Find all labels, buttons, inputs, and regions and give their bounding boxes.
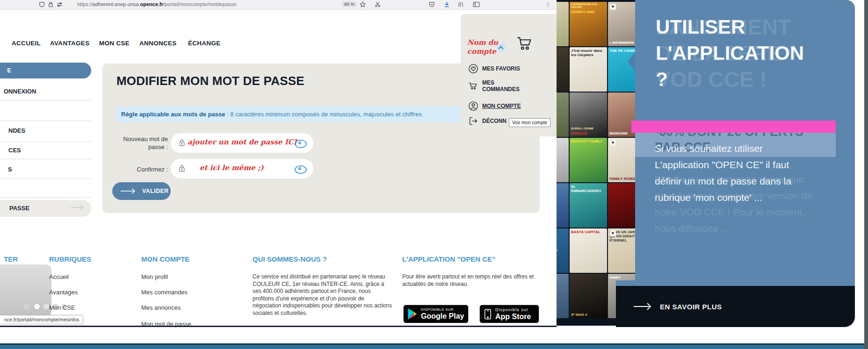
- poster-title: E FEMME: [557, 311, 569, 318]
- promo-heading: UTILISER L'APPLICATION ?: [656, 14, 804, 93]
- favorite-heart-icon[interactable]: ♥: [610, 4, 616, 10]
- menu-label: DÉCONN: [482, 118, 506, 124]
- movie-poster[interactable]: ME PES, C UF: [557, 228, 569, 273]
- favorite-heart-icon[interactable]: ♥: [610, 140, 616, 146]
- movie-poster[interactable]: [608, 183, 635, 228]
- movie-poster[interactable]: ICA: [557, 47, 569, 92]
- footer-link-mon-profil[interactable]: Mon profil: [141, 273, 168, 280]
- zoom-level-badge[interactable]: 90 %: [342, 1, 357, 7]
- movie-poster[interactable]: IP MAN 4: [570, 274, 607, 318]
- nav-accueil[interactable]: ACCUEIL: [12, 40, 41, 47]
- en-savoir-plus-bar[interactable]: EN SAVOIR PLUS: [616, 286, 855, 327]
- movie-poster[interactable]: E FEMME: [557, 274, 569, 318]
- promo-heading-line: ?: [656, 66, 804, 93]
- badge-top-line: DISPONIBLE SUR: [421, 307, 464, 312]
- nav-echange[interactable]: ÉCHANGE: [188, 40, 221, 47]
- download-icon[interactable]: [444, 1, 450, 8]
- movie-poster[interactable]: J'irai mourir dans les Carpates: [570, 47, 607, 92]
- movie-poster[interactable]: DANS UN JARDIN QU'ON DIRAIT ÉTERNEL♥: [608, 228, 635, 273]
- show-password-eye-icon[interactable]: [295, 140, 307, 148]
- badge-store-name: App Store: [495, 313, 531, 321]
- ghost-body-line: notre VOD CCE ! Pour le moment,: [655, 204, 812, 220]
- movie-poster[interactable]: 2 NOMINATIONS AUX OSCARSHONEYLAND: [570, 2, 607, 46]
- poster-title: madre: [608, 274, 635, 281]
- overflow-menu-icon[interactable]: [545, 1, 551, 8]
- movie-poster[interactable]: EL EMBARCADERO: [570, 183, 607, 228]
- footer-link-mes-annonces[interactable]: Mes annonces: [141, 304, 181, 311]
- poster-title: BASTA CAPITAL: [570, 228, 607, 235]
- movie-poster[interactable]: ITE: [557, 138, 569, 182]
- url-scheme: https://: [77, 1, 93, 7]
- confirm-password-input[interactable]: et ici le même ;): [171, 159, 313, 178]
- promo-heading-line: L'APPLICATION: [656, 40, 804, 66]
- pocket-icon[interactable]: [429, 1, 435, 8]
- user-circle-icon: [468, 101, 478, 111]
- footer-link-mes-commandes[interactable]: Mes commandes: [141, 289, 188, 296]
- confirm-password-label: Confirmez :: [113, 165, 168, 173]
- promo-body-line: Si vous souhaitez utiliser: [655, 140, 791, 157]
- sidebar-item-connexion[interactable]: ONNEXION: [4, 88, 36, 95]
- movie-poster[interactable]: nette: [557, 2, 569, 46]
- menu-item-mes-favoris[interactable]: MES FAVORIS: [468, 64, 520, 74]
- cart-icon[interactable]: [516, 36, 534, 51]
- sidebar-item-annonces[interactable]: CES: [8, 147, 21, 154]
- movie-poster[interactable]: BASTA CAPITAL: [570, 228, 607, 273]
- footer-link-accueil[interactable]: Accueil: [49, 273, 69, 280]
- show-password-eye-icon[interactable]: [295, 165, 307, 174]
- carousel-dot-active[interactable]: [34, 304, 40, 309]
- nav-annonces[interactable]: ANNONCES: [139, 40, 177, 47]
- movie-poster[interactable]: CER RIQUE: [557, 183, 569, 228]
- permissions-icon[interactable]: [57, 1, 63, 8]
- app-store-badge[interactable]: Disponible sur App Store: [479, 305, 539, 323]
- logout-icon: [468, 116, 478, 126]
- library-icon[interactable]: [458, 1, 464, 8]
- footer-link-mon-cse[interactable]: Mon CSE: [49, 304, 75, 311]
- nav-mon-cse[interactable]: MON CSE: [99, 40, 130, 47]
- en-savoir-plus-label: EN SAVOIR PLUS: [660, 303, 722, 311]
- address-bar[interactable]: https://adherent-snep-unsa.opence.fr/por…: [77, 1, 237, 7]
- valider-label: VALIDER: [142, 188, 169, 194]
- valider-button[interactable]: VALIDER: [112, 182, 171, 200]
- menu-item-mes-commandes[interactable]: MES COMMANDES: [468, 79, 520, 93]
- poster-title: [608, 225, 635, 228]
- promo-body-line: rubrique 'mon compte' ...: [655, 189, 791, 206]
- screenshot-scissors-icon[interactable]: [375, 1, 381, 8]
- poster-title: nette: [557, 2, 569, 9]
- movie-poster[interactable]: FAMILY ROMANC♥: [608, 138, 635, 182]
- poster-top-text: 2 NOMINATIONS AUX OSCARS: [570, 2, 607, 8]
- sidebar-item-mot-de-passe[interactable]: PASSE: [0, 200, 91, 217]
- favorite-heart-icon[interactable]: ♥: [610, 230, 616, 236]
- movie-poster[interactable]: L'INFIRMIÈRE♥: [608, 2, 635, 46]
- movie-poster[interactable]: BIGFOOT FAMILY: [570, 138, 607, 182]
- sidebar-toggle-icon[interactable]: [473, 1, 479, 8]
- new-password-input[interactable]: ajouter un mot de passe ICI: [171, 133, 313, 153]
- menu-item-mon-compte[interactable]: MON COMPTE: [468, 101, 521, 111]
- confirm-annotation: et ici le même ;): [200, 164, 264, 172]
- divider: [0, 121, 91, 121]
- sidebar-item-active[interactable]: E: [0, 63, 91, 78]
- url-subdomain: adherent-snep-unsa.: [93, 1, 140, 7]
- nav-avantages[interactable]: AVANTAGES: [50, 40, 89, 47]
- google-play-badge[interactable]: DISPONIBLE SUR Google Play: [403, 305, 469, 323]
- url-domain: opence.fr: [140, 1, 164, 7]
- movie-poster[interactable]: Fille: [557, 93, 569, 137]
- carousel-dot[interactable]: [24, 304, 29, 309]
- footer-link-avantages[interactable]: Avantages: [49, 289, 78, 296]
- poster-title: HONEYLAND: [570, 8, 607, 15]
- movie-poster[interactable]: RUSSELL CROWEENRAGÉ: [570, 93, 607, 137]
- status-url-popup: nce.fr/portail/moncompte/mesinfos: [0, 315, 83, 324]
- arrow-right-icon: [70, 204, 86, 211]
- lock-icon[interactable]: [48, 1, 54, 8]
- heart-circle-icon: [468, 64, 478, 74]
- chevron-up-icon[interactable]: [496, 43, 506, 52]
- tracking-shield-icon[interactable]: [39, 1, 45, 8]
- arrow-right-icon: [120, 188, 137, 194]
- menu-item-deconnexion[interactable]: DÉCONN: [468, 116, 506, 126]
- arrow-right-icon: [633, 302, 653, 311]
- footer-qui-heading: QUI SOMMES-NOUS ?: [253, 255, 327, 263]
- bookmark-star-icon[interactable]: [360, 1, 366, 8]
- sidebar-item-s[interactable]: S: [8, 166, 12, 173]
- carousel-dot[interactable]: [43, 304, 49, 309]
- sidebar-item-commandes[interactable]: NDES: [8, 127, 25, 134]
- carousel-prev-arrow-icon[interactable]: [628, 52, 635, 71]
